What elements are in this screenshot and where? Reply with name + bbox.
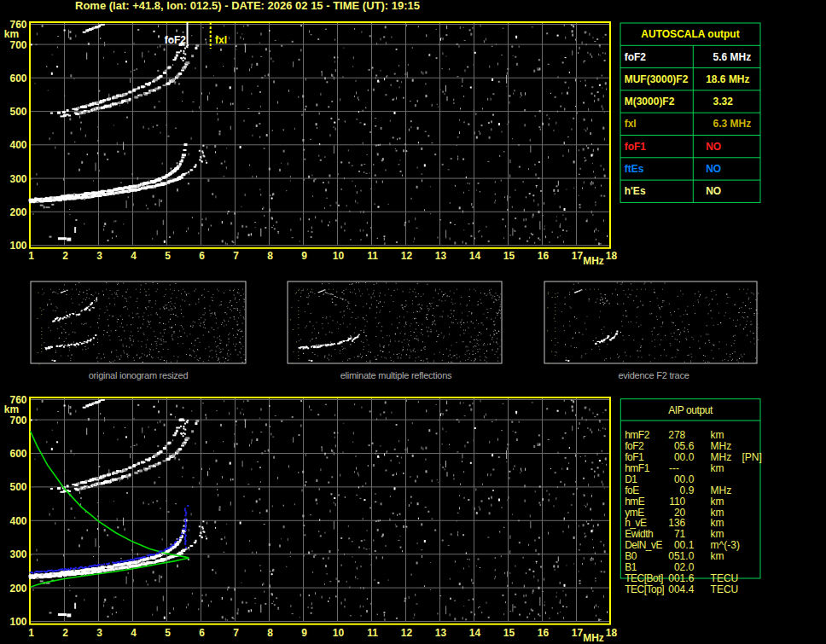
- svg-text:km: km: [711, 550, 724, 562]
- svg-text:05: 05: [674, 440, 686, 452]
- svg-text:15: 15: [503, 250, 515, 262]
- svg-text:20: 20: [674, 507, 686, 519]
- svg-text:11: 11: [367, 250, 378, 262]
- svg-text:18.6 MHz: 18.6 MHz: [706, 73, 749, 85]
- svg-text:MHz: MHz: [711, 484, 732, 496]
- svg-text:200: 200: [9, 583, 26, 595]
- svg-text:5: 5: [165, 250, 171, 262]
- svg-text:7: 7: [233, 627, 239, 639]
- svg-text:.0: .0: [685, 473, 694, 485]
- svg-text:AIP output: AIP output: [668, 404, 713, 416]
- svg-text:02: 02: [674, 561, 686, 573]
- svg-text:foE: foE: [625, 484, 639, 496]
- svg-text:---: ---: [669, 462, 679, 474]
- svg-text:500: 500: [9, 106, 26, 118]
- svg-text:Rome (lat: +41.8, lon: 012.5): Rome (lat: +41.8, lon: 012.5) - DATE: 20…: [75, 0, 420, 12]
- svg-text:original ionogram resized: original ionogram resized: [89, 370, 189, 380]
- svg-text:TEC[Bot]: TEC[Bot]: [625, 572, 663, 584]
- svg-text:.6: .6: [685, 572, 694, 584]
- svg-text:300: 300: [9, 548, 26, 560]
- svg-text:MHz: MHz: [711, 440, 732, 452]
- svg-text:foF1: foF1: [625, 141, 647, 153]
- svg-text:400: 400: [9, 139, 26, 151]
- svg-text:TEC[Top]: TEC[Top]: [625, 583, 664, 595]
- svg-text:8: 8: [267, 627, 273, 639]
- svg-text:14: 14: [469, 250, 481, 262]
- svg-text:.6: .6: [685, 440, 694, 452]
- svg-text:71: 71: [674, 528, 686, 540]
- svg-text:km: km: [4, 28, 19, 40]
- svg-text:.1: .1: [685, 539, 694, 551]
- svg-text:ftEs: ftEs: [625, 163, 644, 175]
- svg-text:MHz: MHz: [711, 451, 732, 463]
- svg-text:13: 13: [435, 250, 447, 262]
- svg-text:3: 3: [96, 627, 102, 639]
- svg-text:NO: NO: [706, 185, 721, 197]
- svg-text:00: 00: [674, 539, 686, 551]
- svg-text:004: 004: [668, 583, 685, 595]
- svg-text:fxI: fxI: [215, 34, 227, 46]
- svg-text:km: km: [711, 517, 724, 529]
- svg-text:600: 600: [9, 73, 26, 84]
- svg-text:8: 8: [267, 250, 273, 262]
- svg-text:18: 18: [606, 250, 618, 262]
- svg-text:MHz: MHz: [583, 632, 604, 644]
- svg-text:15: 15: [503, 627, 515, 639]
- svg-text:km: km: [711, 462, 724, 474]
- svg-text:17: 17: [572, 627, 584, 639]
- svg-text:10: 10: [333, 250, 345, 262]
- svg-text:h'Es: h'Es: [625, 185, 646, 197]
- svg-text:ymE: ymE: [625, 507, 644, 519]
- svg-text:km: km: [711, 507, 724, 519]
- svg-text:MHz: MHz: [583, 255, 604, 267]
- svg-text:4: 4: [131, 627, 137, 639]
- svg-text:100: 100: [9, 616, 26, 628]
- svg-text:NO: NO: [706, 141, 721, 153]
- svg-text:3: 3: [96, 250, 102, 262]
- svg-text:D1: D1: [625, 473, 637, 485]
- svg-text:MUF(3000)F2: MUF(3000)F2: [625, 73, 689, 85]
- svg-text:12: 12: [401, 250, 413, 262]
- svg-text:9: 9: [301, 627, 307, 639]
- svg-text:6.3 MHz: 6.3 MHz: [713, 118, 752, 130]
- svg-text:foF2: foF2: [165, 34, 187, 46]
- svg-text:100: 100: [9, 240, 26, 252]
- svg-text:9: 9: [301, 250, 307, 262]
- svg-text:Ewidth: Ewidth: [625, 528, 653, 540]
- svg-text:13: 13: [435, 627, 447, 639]
- svg-text:500: 500: [9, 481, 26, 493]
- svg-text:.4: .4: [685, 583, 694, 595]
- svg-text:B1: B1: [625, 561, 637, 573]
- svg-text:hmF1: hmF1: [625, 462, 650, 474]
- svg-text:[PN]: [PN]: [742, 451, 762, 463]
- svg-text:hmF2: hmF2: [625, 429, 650, 441]
- svg-text:.9: .9: [685, 484, 694, 496]
- svg-text:TECU: TECU: [711, 572, 739, 584]
- svg-text:B0: B0: [625, 550, 637, 562]
- svg-text:051: 051: [668, 550, 685, 562]
- svg-text:hmE: hmE: [625, 496, 645, 508]
- svg-text:2: 2: [62, 627, 68, 639]
- svg-text:5: 5: [165, 627, 171, 639]
- svg-text:km: km: [711, 496, 724, 508]
- svg-text:6: 6: [199, 627, 205, 639]
- svg-text:00: 00: [674, 451, 686, 463]
- svg-text:fxI: fxI: [625, 118, 637, 130]
- svg-text:NO: NO: [706, 163, 721, 175]
- svg-text:eliminate multiple reflections: eliminate multiple reflections: [340, 370, 452, 380]
- svg-text:10: 10: [333, 627, 345, 639]
- svg-text:.0: .0: [685, 550, 694, 562]
- svg-text:km: km: [711, 429, 724, 441]
- svg-text:.0: .0: [685, 451, 694, 463]
- svg-text:136: 136: [668, 517, 685, 529]
- svg-text:AUTOSCALA output: AUTOSCALA output: [641, 28, 739, 40]
- svg-text:1: 1: [28, 627, 34, 639]
- svg-text:2: 2: [62, 250, 68, 262]
- svg-text:400: 400: [9, 515, 26, 527]
- svg-text:h_vE: h_vE: [625, 517, 647, 529]
- svg-text:110: 110: [669, 496, 685, 508]
- svg-text:km: km: [711, 528, 724, 540]
- svg-text:18: 18: [606, 627, 618, 639]
- svg-text:4: 4: [131, 250, 137, 262]
- svg-text:6: 6: [199, 250, 205, 262]
